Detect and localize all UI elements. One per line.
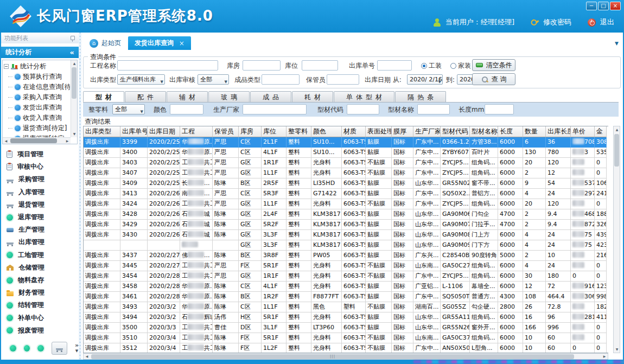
scroll-down-icon[interactable]: ▼ [71,131,78,137]
column-header[interactable]: 库房 [239,126,262,137]
sidebar-item-结转管理[interactable]: 结转管理 [7,299,79,311]
material-tab[interactable]: 隔热条 [395,91,446,102]
column-header[interactable]: 膜厚 [392,126,413,137]
table-row[interactable]: 调拨出库34372020/2/27佛...陈琳B区3R8F整料PW056063-… [84,251,607,261]
out-type-combo[interactable]: 生产领料出库▼ [117,74,165,85]
sidebar-item-财务管理[interactable]: 财务管理 [7,287,79,298]
sidebar-section-statistics[interactable]: « 统计分析 [1,47,79,58]
table-row[interactable]: 调拨出库34132020/2/26南...严思C区5R3F整料G71422606… [84,189,607,199]
material-tab[interactable]: 型材 [83,91,124,102]
table-row[interactable]: 调拨出库34942020/3/2石辉城汤伟H区5R1F整料光身料6063-T5贴… [84,312,607,323]
column-header[interactable]: 金 [595,126,607,137]
material-tab[interactable]: 配件 [125,91,166,102]
table-row[interactable]: 调拨出库34282020/2/26石城陈琳G区2L4F整料KLM38176063… [84,209,607,220]
collapse-icon[interactable]: « [70,47,74,58]
sidebar-item-项目管理[interactable]: 项目管理 [7,149,79,160]
table-row[interactable]: 调拨出库34302020/2/26石城陈琳G区3L3F整料KLM38176063… [84,230,607,240]
date-from-picker[interactable]: 2020/ 2/16▼ [407,74,443,85]
scroll-left-icon[interactable]: ◀ [3,138,9,144]
location-input[interactable] [302,60,338,71]
column-header[interactable]: 长度 [498,126,523,137]
column-header[interactable]: 型材代码 [441,126,470,137]
table-row[interactable]: 调拨出库34612020/2/28华原...陈琳B区1R2F整料F8877FT6… [84,292,607,302]
material-tab[interactable]: 辅材 [167,91,208,102]
change-password-button[interactable]: 修改密码 [543,17,571,27]
sidebar-item-退库管理[interactable]: 退库管理 [7,212,79,223]
sidebar-item-出库管理[interactable]: 出库管理 [7,237,79,248]
scrollbar-thumb[interactable] [614,134,619,167]
length-input[interactable] [485,104,514,114]
scrollbar-thumb[interactable] [72,67,77,99]
table-row[interactable]: 调拨出库34002020/2/25华原...严思C区4L1F整料SU10...6… [84,148,607,158]
column-header[interactable]: 出库日期 [148,126,180,137]
tree-item[interactable]: 收货入库查询 [4,113,70,123]
table-row[interactable]: 调拨出库34582020/2/28华原...陈琳C区4L1F整料光身料6063-… [84,282,607,292]
sidebar-item-退货管理[interactable]: 退货管理 [7,199,79,210]
tab-close-icon[interactable]: × [179,40,184,47]
table-row[interactable]: 调拨出库34452020/2/27工共工程严思F区5R1F整料光身料6063-T… [84,261,607,271]
sidebar-item-工地管理[interactable]: 工地管理 [7,250,79,261]
audit-combo[interactable]: 全部▼ [198,74,229,85]
column-header[interactable]: 材质 [342,126,366,137]
sidebar-item-入库管理[interactable]: 入库管理 [7,187,79,198]
table-row[interactable]: 调拨出库35122020/3/4工共工程陈琳F区1L2F整料光身料6063-T5… [84,343,607,353]
circle-icon[interactable] [10,345,16,352]
table-row[interactable]: 调拨出库34072020/2/25工共工程严思G区1L1F整料光身料6063-T… [84,168,607,178]
scroll-right-icon[interactable]: ▶ [601,353,608,360]
column-header[interactable]: 颜色 [311,126,342,137]
circle-icon[interactable] [24,345,30,352]
material-tab[interactable]: 玻璃 [208,91,250,102]
scrollbar-thumb[interactable] [10,138,57,143]
table-row[interactable]: 调拨出库34242020/2/26工共工程严思G区1L1F整料光身料6063-T… [84,199,607,209]
column-header[interactable]: 工程 [180,126,213,137]
column-header[interactable]: 保管员 [213,126,239,137]
warehouse-input[interactable] [243,60,281,71]
table-row[interactable]: 调拨出库34932020/3/2华原...陈琳C区1L1F整料黑色塑料不贴膜国标… [84,302,607,312]
table-row[interactable]: 调拨出库35002020/3/3工共工程曹佳D区3L1F整料LT3P606063… [84,323,607,333]
column-header[interactable]: 整零料 [286,126,311,137]
tree-vertical-scrollbar[interactable]: ▲ ▼ [71,60,77,137]
maker-input[interactable] [243,104,307,114]
tree-horizontal-scrollbar[interactable]: ◀ ▶ [3,137,71,144]
column-header[interactable]: 表面处理 [366,126,392,137]
radio-gongzhuang[interactable]: 工装 [421,60,442,71]
scroll-up-icon[interactable]: ▲ [614,126,620,133]
minimize-button[interactable]: − [586,2,597,10]
clear-conditions-button[interactable]: 清空条件 [472,59,515,71]
color-input[interactable] [170,104,203,114]
tab-shipment-query[interactable]: 发货出库查询 × [128,36,191,50]
sidebar-item-仓储管理[interactable]: 仓储管理 [7,262,79,273]
table-row[interactable]: G区3L3F整料KLM38176063-T5贴膜国标山东华...GA90M09.… [84,240,607,251]
table-row[interactable]: 调拨出库34292020/2/26石城陈琳G区5R2F整料KLM38176063… [84,220,607,230]
column-header[interactable]: 型材名称 [470,126,498,137]
keeper-input[interactable] [327,74,359,85]
material-tab[interactable]: 耗材 [292,91,333,102]
grid-horizontal-scrollbar[interactable]: ◀ ||| ▶ [83,353,608,360]
whole-part-combo[interactable]: 全部▼ [112,104,145,114]
scroll-up-icon[interactable]: ▲ [71,60,78,67]
tree-item[interactable]: 退库管理[待定 [4,133,70,137]
column-header[interactable]: 出库单号 [120,126,148,137]
tab-overflow-arrow[interactable]: ▼ [615,41,621,46]
sidebar-item-补单中心[interactable]: 补单中心 [7,312,79,324]
project-name-input[interactable] [117,60,218,71]
sidebar-item-生产管理[interactable]: 生产管理 [7,224,79,235]
scroll-left-icon[interactable]: ◀ [84,353,90,360]
table-row[interactable]: 调拨出库34092020/2/25长...陈琳B区2R5F整料LI35HD606… [84,178,607,189]
grid-vertical-scrollbar[interactable]: ▲ ▼ [613,126,620,353]
logout-button[interactable]: 退出 [600,17,614,27]
tree-item[interactable]: 在途信息查询[待 [4,82,70,92]
tree-item[interactable]: 预算执行查询 [4,72,70,82]
table-row[interactable]: 调拨出库33992020/2/25华原...严思C区2L1F整料SU10...6… [84,137,607,148]
column-header[interactable]: 库位 [262,126,286,137]
more-button[interactable]: »▼ [75,343,79,354]
sidebar-item-采购管理[interactable]: 采购管理 [7,174,79,185]
pin-icon[interactable] [71,36,74,42]
scroll-down-icon[interactable]: ▼ [614,346,620,353]
tab-home[interactable]: ⌂ 起始页 [82,36,128,50]
column-header[interactable]: 生产厂家 [413,126,441,137]
circle-icon[interactable] [37,345,44,352]
sidebar-item-报废管理[interactable]: 报废管理 [7,325,79,336]
maximize-button[interactable]: □ [598,2,609,10]
code-input[interactable] [347,104,379,114]
